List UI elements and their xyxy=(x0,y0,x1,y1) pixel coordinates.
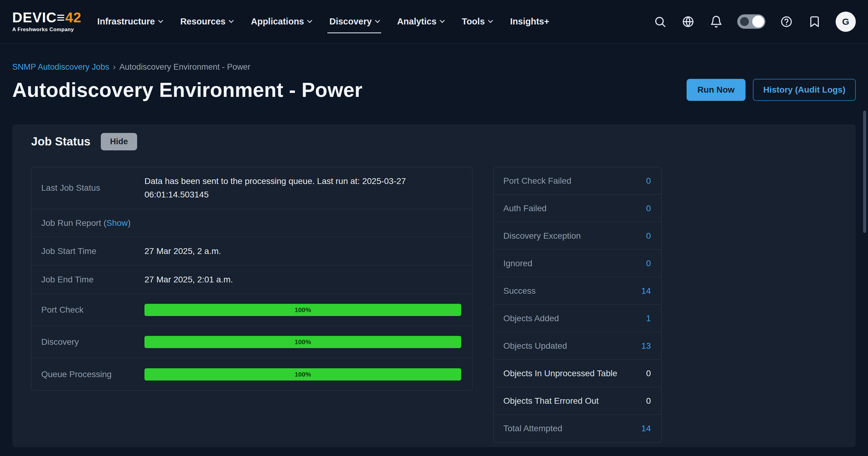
progress-bar: 100% xyxy=(145,368,461,380)
nav-item-applications[interactable]: Applications xyxy=(251,13,312,30)
job-run-report-show-link[interactable]: Show xyxy=(106,218,128,228)
stat-label: Objects Added xyxy=(503,314,559,323)
stat-value[interactable]: 14 xyxy=(641,286,651,296)
stat-label: Objects That Errored Out xyxy=(503,396,599,406)
stat-value: 0 xyxy=(646,396,651,406)
job-details-table: Last Job StatusData has been sent to the… xyxy=(31,167,472,391)
detail-value: 27 Mar 2025, 2:01 a.m. xyxy=(145,273,245,286)
nav-item-infrastructure[interactable]: Infrastructure xyxy=(97,13,163,30)
detail-row-port-check: Port Check100% xyxy=(31,294,472,326)
theme-toggle[interactable] xyxy=(737,15,765,29)
stat-value[interactable]: 13 xyxy=(641,341,651,351)
job-status-body: Last Job StatusData has been sent to the… xyxy=(31,167,856,443)
job-stats-table: Port Check Failed0Auth Failed0Discovery … xyxy=(493,167,661,443)
stat-label: Ignored xyxy=(503,259,532,268)
stat-row-auth-failed: Auth Failed0 xyxy=(494,195,661,222)
stat-label: Total Attempted xyxy=(503,424,562,433)
detail-label: Job Start Time xyxy=(31,246,145,256)
hide-button[interactable]: Hide xyxy=(101,133,137,150)
job-status-heading: Job Status xyxy=(31,135,90,148)
job-run-report-suffix: ) xyxy=(128,218,130,228)
stat-row-objects-added: Objects Added1 xyxy=(494,305,661,332)
detail-row-last-job-status: Last Job StatusData has been sent to the… xyxy=(31,167,472,209)
stat-label: Objects Updated xyxy=(503,341,567,351)
stat-row-objects-in-unprocessed-table: Objects In Unprocessed Table0 xyxy=(494,360,661,387)
job-run-report-prefix: Job Run Report ( xyxy=(41,218,106,228)
notifications-bell-icon[interactable] xyxy=(709,15,723,29)
nav-item-label: Resources xyxy=(180,17,225,27)
job-status-panel: Job Status Hide Last Job StatusData has … xyxy=(12,124,856,447)
progress-bar: 100% xyxy=(145,304,461,316)
stat-row-objects-that-errored-out: Objects That Errored Out0 xyxy=(494,387,661,415)
stat-value[interactable]: 1 xyxy=(646,314,651,323)
bookmark-icon[interactable] xyxy=(808,15,822,29)
logo-stylized-e: ≡ xyxy=(57,9,65,25)
stat-row-objects-updated: Objects Updated13 xyxy=(494,332,661,360)
stat-value[interactable]: 14 xyxy=(641,424,651,433)
top-navigation-bar: DEVIC≡42 A Freshworks Company Infrastruc… xyxy=(0,0,868,44)
stat-row-total-attempted: Total Attempted14 xyxy=(494,415,661,442)
chevron-down-icon xyxy=(229,18,234,23)
stat-row-success: Success14 xyxy=(494,277,661,305)
run-now-button[interactable]: Run Now xyxy=(687,79,746,101)
nav-item-label: Analytics xyxy=(397,17,436,27)
progress-track: 100% xyxy=(145,304,472,316)
progress-track: 100% xyxy=(145,336,472,348)
stat-value[interactable]: 0 xyxy=(646,231,651,241)
detail-label: Queue Processing xyxy=(31,370,145,379)
history-audit-logs-button[interactable]: History (Audit Logs) xyxy=(753,79,856,101)
nav-item-label: Insights+ xyxy=(510,17,549,27)
nav-item-label: Tools xyxy=(462,17,485,27)
stat-value[interactable]: 0 xyxy=(646,259,651,268)
breadcrumb-current: Autodiscovery Environment - Power xyxy=(119,62,250,72)
header-actions: G xyxy=(653,11,856,32)
stat-label: Discovery Exception xyxy=(503,231,581,241)
detail-value: Data has been sent to the processing que… xyxy=(145,174,447,201)
chevron-down-icon xyxy=(158,18,163,23)
page-scrollbar[interactable] xyxy=(863,111,866,233)
page-title: Autodiscovery Environment - Power xyxy=(12,79,363,101)
main-nav: Infrastructure Resources Applications Di… xyxy=(97,13,550,30)
logo-text-42: 42 xyxy=(65,9,81,25)
nav-item-tools[interactable]: Tools xyxy=(462,13,492,30)
logo-wordmark: DEVIC≡42 xyxy=(12,10,82,24)
chevron-down-icon xyxy=(440,18,445,23)
user-avatar[interactable]: G xyxy=(836,11,856,32)
detail-label: Last Job Status xyxy=(31,183,145,193)
chevron-down-icon xyxy=(488,18,493,23)
nav-item-discovery[interactable]: Discovery xyxy=(329,13,379,30)
nav-item-label: Infrastructure xyxy=(97,17,155,27)
nav-item-label: Applications xyxy=(251,17,304,27)
stat-label: Port Check Failed xyxy=(503,176,571,186)
stat-label: Auth Failed xyxy=(503,204,547,213)
detail-row-job-start-time: Job Start Time27 Mar 2025, 2 a.m. xyxy=(31,237,472,265)
breadcrumb: SNMP Autodiscovery Jobs › Autodiscovery … xyxy=(12,62,856,72)
job-run-report-cell: Job Run Report (Show) xyxy=(31,218,131,228)
stat-value[interactable]: 0 xyxy=(646,176,651,186)
nav-item-analytics[interactable]: Analytics xyxy=(397,13,444,30)
page-header: Autodiscovery Environment - Power Run No… xyxy=(12,79,856,101)
job-status-header: Job Status Hide xyxy=(31,133,856,150)
nav-item-resources[interactable]: Resources xyxy=(180,13,233,30)
detail-row-job-run-report: Job Run Report (Show) xyxy=(31,209,472,237)
detail-label: Job End Time xyxy=(31,275,145,285)
detail-row-job-end-time: Job End Time27 Mar 2025, 2:01 a.m. xyxy=(31,265,472,294)
globe-icon[interactable] xyxy=(681,15,695,29)
breadcrumb-link-snmp-autodiscovery-jobs[interactable]: SNMP Autodiscovery Jobs xyxy=(12,62,109,72)
stat-label: Success xyxy=(503,286,536,296)
device42-logo[interactable]: DEVIC≡42 A Freshworks Company xyxy=(12,10,82,33)
stat-row-port-check-failed: Port Check Failed0 xyxy=(494,167,661,195)
help-icon[interactable] xyxy=(779,15,794,29)
search-icon[interactable] xyxy=(653,15,667,29)
stat-row-ignored: Ignored0 xyxy=(494,250,661,277)
stat-value[interactable]: 0 xyxy=(646,204,651,213)
stat-row-discovery-exception: Discovery Exception0 xyxy=(494,222,661,250)
detail-row-queue-processing: Queue Processing100% xyxy=(31,358,472,390)
stat-label: Objects In Unprocessed Table xyxy=(503,369,617,378)
page-actions: Run Now History (Audit Logs) xyxy=(687,79,856,101)
nav-item-insights[interactable]: Insights+ xyxy=(510,13,549,30)
progress-track: 100% xyxy=(145,368,472,380)
detail-label: Discovery xyxy=(31,337,145,347)
toggle-knob xyxy=(752,16,764,28)
logo-subtitle: A Freshworks Company xyxy=(12,27,82,33)
